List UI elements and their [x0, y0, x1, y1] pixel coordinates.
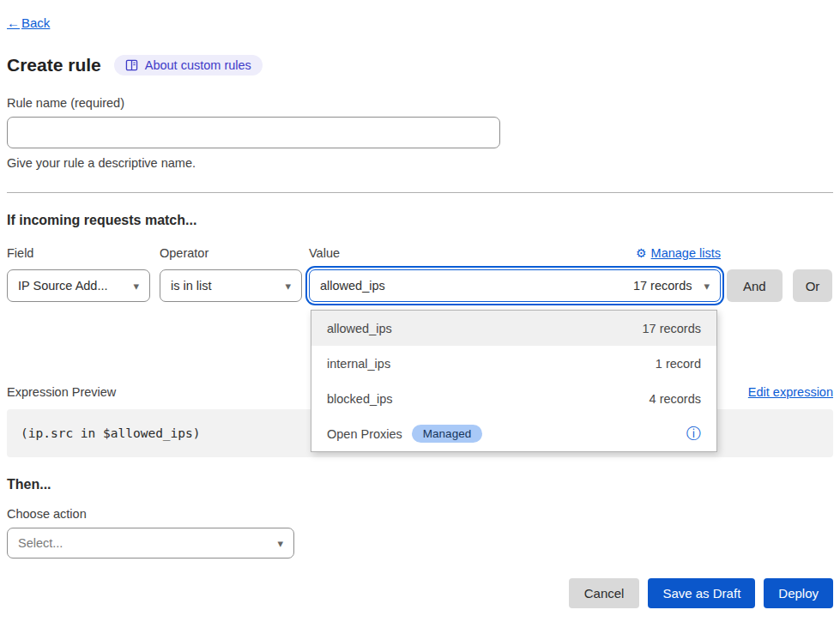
- field-select-value: IP Source Add...: [18, 279, 108, 293]
- chevron-down-icon: ▾: [133, 281, 139, 292]
- list-item-name: Open Proxies: [327, 427, 402, 441]
- list-item-name: allowed_ips: [327, 322, 392, 335]
- value-label: Value: [309, 246, 340, 260]
- manage-lists-label: Manage lists: [651, 246, 721, 260]
- about-custom-rules-badge[interactable]: About custom rules: [114, 55, 263, 75]
- chevron-down-icon: ▾: [285, 281, 291, 292]
- list-item-records: 1 record: [656, 357, 701, 371]
- or-button[interactable]: Or: [793, 269, 833, 302]
- deploy-button[interactable]: Deploy: [764, 578, 833, 608]
- cancel-button[interactable]: Cancel: [569, 578, 640, 608]
- lists-dropdown: allowed_ips 17 records internal_ips 1 re…: [311, 310, 717, 452]
- condition-row: Field IP Source Add... ▾ Operator is in …: [7, 246, 833, 302]
- value-records-count: 17 records: [633, 279, 692, 293]
- about-badge-label: About custom rules: [145, 58, 251, 72]
- expression-preview-label: Expression Preview: [7, 385, 116, 399]
- section-divider: [7, 192, 833, 193]
- action-select[interactable]: Select... ▾: [7, 528, 294, 559]
- manage-lists-link[interactable]: ⚙ Manage lists: [636, 246, 721, 260]
- list-item-allowed-ips[interactable]: allowed_ips 17 records: [311, 311, 716, 346]
- list-item-name: blocked_ips: [327, 392, 393, 406]
- managed-badge: Managed: [412, 425, 482, 443]
- rule-name-label: Rule name (required): [7, 96, 833, 110]
- action-select-placeholder: Select...: [18, 536, 63, 550]
- book-icon: [125, 59, 138, 71]
- and-button[interactable]: And: [727, 269, 783, 302]
- save-draft-button[interactable]: Save as Draft: [648, 578, 755, 608]
- page-title: Create rule: [7, 55, 101, 75]
- chevron-down-icon: ▾: [704, 281, 710, 292]
- create-rule-page: ←Back Create rule About custom rules Rul…: [0, 0, 840, 608]
- field-select[interactable]: IP Source Add... ▾: [7, 269, 150, 302]
- field-label: Field: [7, 246, 33, 260]
- value-column: Value ⚙ Manage lists allowed_ips 17 reco…: [309, 246, 721, 302]
- field-column: Field IP Source Add... ▾: [7, 246, 150, 302]
- operator-column: Operator is in list ▾: [160, 246, 302, 302]
- back-arrow-icon: ←: [7, 15, 20, 30]
- list-item-internal-ips[interactable]: internal_ips 1 record: [311, 346, 716, 381]
- back-link-label: Back: [21, 15, 50, 30]
- value-combobox[interactable]: allowed_ips 17 records ▾: [309, 269, 721, 302]
- rule-name-block: Rule name (required) Give your rule a de…: [7, 96, 833, 170]
- gear-icon: ⚙: [636, 246, 647, 260]
- chevron-down-icon: ▾: [277, 538, 283, 549]
- footer-actions: Cancel Save as Draft Deploy: [7, 578, 833, 608]
- operator-select-value: is in list: [171, 279, 212, 293]
- then-heading: Then...: [7, 477, 833, 492]
- back-link[interactable]: ←Back: [7, 15, 50, 30]
- rule-name-helper: Give your rule a descriptive name.: [7, 156, 833, 170]
- expression-code: (ip.src in $allowed_ips): [21, 426, 201, 440]
- rule-name-input[interactable]: [7, 117, 500, 148]
- edit-expression-link[interactable]: Edit expression: [748, 385, 833, 399]
- value-text: allowed_ips: [320, 279, 385, 293]
- operator-label: Operator: [160, 246, 208, 260]
- choose-action-label: Choose action: [7, 507, 833, 521]
- list-item-records: 17 records: [642, 322, 701, 335]
- list-item-open-proxies[interactable]: Open Proxies Managed ⓘ: [311, 416, 716, 451]
- list-item-name: internal_ips: [327, 357, 390, 371]
- list-item-records: 4 records: [650, 392, 701, 406]
- operator-select[interactable]: is in list ▾: [160, 269, 302, 302]
- title-row: Create rule About custom rules: [7, 55, 833, 75]
- match-heading: If incoming requests match...: [7, 213, 833, 228]
- list-item-blocked-ips[interactable]: blocked_ips 4 records: [311, 381, 716, 416]
- info-icon[interactable]: ⓘ: [686, 426, 701, 441]
- back-row: ←Back: [7, 15, 833, 30]
